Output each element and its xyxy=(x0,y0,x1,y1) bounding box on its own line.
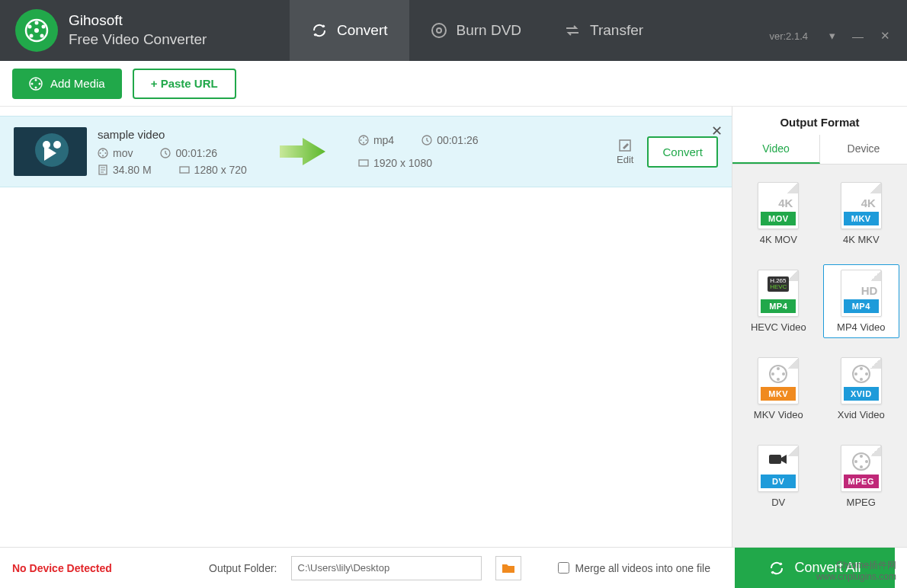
svg-point-33 xyxy=(777,378,780,381)
merge-label: Merge all videos into one file xyxy=(575,562,710,574)
svg-rect-40 xyxy=(769,455,781,464)
format-badge: XVID xyxy=(844,387,879,401)
toolbar: Add Media + Paste URL xyxy=(0,61,907,107)
format-file-icon: 4KMKV xyxy=(841,182,882,229)
format-top-icon: H.265HEVC xyxy=(768,276,789,292)
tab-convert[interactable]: Convert xyxy=(290,0,409,61)
tab-transfer[interactable]: Transfer xyxy=(543,0,665,61)
edit-label: Edit xyxy=(617,154,633,165)
format-label: DV xyxy=(771,497,785,508)
format-label: 4K MOV xyxy=(760,234,797,245)
format-file-icon: 4KMOV xyxy=(758,182,799,229)
arrow-icon xyxy=(276,136,329,167)
format-label: MP4 Video xyxy=(837,321,885,333)
clock-icon xyxy=(160,148,171,158)
minimize-button[interactable]: — xyxy=(852,30,864,43)
svg-point-16 xyxy=(105,152,107,154)
format-file-icon: MKV xyxy=(758,357,799,404)
format-label: 4K MKV xyxy=(843,234,880,245)
refresh-icon xyxy=(768,560,785,577)
svg-point-34 xyxy=(771,372,774,375)
format-label: HEVC Video xyxy=(751,321,806,333)
video-thumbnail[interactable] xyxy=(14,127,87,176)
clock-icon xyxy=(421,135,432,145)
disc-icon xyxy=(431,22,447,39)
convert-all-button[interactable]: Convert All xyxy=(735,548,895,589)
svg-point-36 xyxy=(860,367,863,370)
svg-point-1 xyxy=(34,28,39,33)
svg-point-18 xyxy=(100,152,101,154)
no-device-label: No Device Detected xyxy=(12,562,195,574)
close-button[interactable]: ✕ xyxy=(880,29,890,43)
tab-transfer-label: Transfer xyxy=(590,22,643,39)
titlebar: Gihosoft Free Video Converter Convert Bu… xyxy=(0,0,907,61)
format-file-icon: DV xyxy=(758,445,799,492)
format-option-mp4[interactable]: HDMP4MP4 Video xyxy=(823,264,900,338)
out-format: mp4 xyxy=(373,134,394,146)
item-actions: Edit Convert xyxy=(617,136,718,168)
format-icon xyxy=(98,148,108,158)
svg-point-17 xyxy=(102,155,104,156)
of-tab-device[interactable]: Device xyxy=(820,135,907,164)
merge-checkbox-input[interactable] xyxy=(558,562,569,574)
convert-all-label: Convert All xyxy=(794,560,861,576)
play-icon xyxy=(44,145,56,161)
output-format-title: Output Format xyxy=(732,107,907,135)
src-resolution: 1280 x 720 xyxy=(194,164,247,176)
refresh-icon xyxy=(311,22,328,39)
folder-icon xyxy=(502,563,515,574)
paste-url-label: + Paste URL xyxy=(151,77,218,90)
source-meta: sample video mov 00:01:26 34.80 M 1280 x… xyxy=(98,128,247,176)
svg-point-37 xyxy=(865,372,868,375)
format-label: Xvid Video xyxy=(838,409,885,420)
remove-item-button[interactable]: ✕ xyxy=(711,123,723,139)
queue-item[interactable]: ✕ sample video mov 00:01:26 34.80 M 1280… xyxy=(0,116,732,187)
add-media-label: Add Media xyxy=(50,77,105,90)
tab-burn-label: Burn DVD xyxy=(457,22,522,39)
version-label: ver:2.1.4 xyxy=(769,30,808,42)
format-option-dv[interactable]: DVDV xyxy=(740,439,817,513)
svg-point-31 xyxy=(777,367,780,370)
content-area: ✕ sample video mov 00:01:26 34.80 M 1280… xyxy=(0,107,907,547)
svg-point-2 xyxy=(35,21,39,25)
svg-point-11 xyxy=(39,82,41,85)
svg-point-12 xyxy=(35,86,37,88)
transfer-icon xyxy=(564,22,581,39)
format-badge: MKV xyxy=(761,387,796,401)
format-label: MPEG xyxy=(847,497,876,508)
format-top-icon xyxy=(768,364,788,384)
format-file-icon: MPEG xyxy=(841,445,882,492)
convert-item-button[interactable]: Convert xyxy=(647,136,718,168)
edit-button[interactable]: Edit xyxy=(617,139,633,165)
svg-point-32 xyxy=(782,372,785,375)
dropdown-button[interactable]: ▾ xyxy=(829,29,835,43)
src-duration: 00:01:26 xyxy=(175,147,217,159)
logo-area: Gihosoft Free Video Converter xyxy=(0,9,290,52)
format-option-mp4[interactable]: H.265HEVCMP4HEVC Video xyxy=(740,264,817,338)
svg-point-8 xyxy=(437,28,441,33)
output-meta: mp4 00:01:26 1920 x 1080 xyxy=(358,134,479,169)
paste-url-button[interactable]: + Paste URL xyxy=(133,69,236,99)
format-option-mov[interactable]: 4KMOV4K MOV xyxy=(740,177,817,251)
of-tab-video[interactable]: Video xyxy=(732,135,820,164)
format-option-mkv[interactable]: 4KMKV4K MKV xyxy=(823,177,900,251)
queue-panel: ✕ sample video mov 00:01:26 34.80 M 1280… xyxy=(0,107,732,547)
tab-burn-dvd[interactable]: Burn DVD xyxy=(409,0,543,61)
svg-point-38 xyxy=(860,378,863,381)
output-folder-input[interactable] xyxy=(291,556,482,580)
format-option-mpeg[interactable]: MPEGMPEG xyxy=(823,439,900,513)
video-title: sample video xyxy=(98,128,247,141)
format-file-icon: HDMP4 xyxy=(841,270,882,317)
window-controls: ver:2.1.4 ▾ — ✕ xyxy=(752,0,907,61)
svg-point-26 xyxy=(360,139,361,141)
main-tabs: Convert Burn DVD Transfer xyxy=(290,0,752,61)
format-grid: 4KMOV4K MOV4KMKV4K MKVH.265HEVCMP4HEVC V… xyxy=(732,165,907,547)
format-option-mkv[interactable]: MKVMKV Video xyxy=(740,352,817,426)
svg-point-15 xyxy=(102,149,104,151)
svg-rect-21 xyxy=(180,167,189,173)
format-option-xvid[interactable]: XVIDXvid Video xyxy=(823,352,900,426)
browse-folder-button[interactable] xyxy=(495,556,521,580)
merge-checkbox[interactable]: Merge all videos into one file xyxy=(558,562,710,574)
svg-point-7 xyxy=(432,24,446,37)
add-media-button[interactable]: Add Media xyxy=(12,69,122,99)
